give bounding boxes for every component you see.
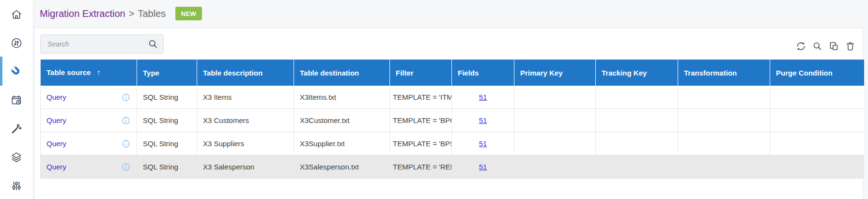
cell-table-source: Query [41,86,137,109]
column-header-fields[interactable]: Fields [452,60,514,86]
sidebar-item-wizard[interactable] [0,114,33,143]
column-header-tracking-key[interactable]: Tracking Key [596,60,678,86]
sidebar-item-extraction-active[interactable] [0,57,33,86]
search-icon [147,38,159,50]
table-search-button[interactable] [811,41,823,53]
duplicate-button[interactable] [828,41,839,53]
info-icon[interactable] [122,93,130,102]
cell-table-description: X3 Suppliers [197,132,294,155]
cell-fields: 51 [452,132,514,155]
cell-fields: 51 [452,109,514,132]
cell-table-description: X3 Customers [197,109,294,132]
cell-table-destination: X3Customer.txt [294,109,390,132]
breadcrumb-primary[interactable]: Migration Extraction [40,8,125,19]
cell-purge-condition [770,109,864,132]
info-icon[interactable] [122,139,130,148]
cell-filter: TEMPLATE = 'BPSDS' [390,132,452,155]
sort-ascending-icon: ↑ [96,68,100,77]
fields-count-link[interactable]: 51 [479,116,487,124]
cell-table-destination: X3Salesperson.txt [294,155,390,179]
column-label: Tracking Key [602,69,647,77]
active-nav-indicator [0,57,2,86]
breadcrumb-secondary: Tables [138,8,166,19]
column-header-purge-condition[interactable]: Purge Condition [770,60,864,86]
fields-count-link[interactable]: 51 [479,139,487,148]
query-link[interactable]: Query [46,163,66,171]
column-header-table-destination[interactable]: Table destination [294,60,390,86]
table-row[interactable]: Query SQL String X3 Customers X3Customer… [41,109,864,132]
cell-table-source: Query [41,132,137,155]
cell-primary-key [514,109,596,132]
cell-table-description: X3 Salesperson [197,155,294,179]
cell-transformation [678,86,770,109]
column-label: Fields [458,69,479,77]
column-label: Transformation [684,69,737,77]
column-label: Table description [203,69,263,77]
cell-table-source: Query [41,109,137,132]
cell-primary-key [514,155,596,179]
query-link[interactable]: Query [46,93,66,101]
cell-purge-condition [770,132,864,155]
cell-type: SQL String [137,155,197,179]
info-icon[interactable] [122,116,130,125]
search-input[interactable] [46,40,144,48]
table-row[interactable]: Query SQL String X3 Items X3Items.txt TE… [41,86,864,109]
layers-icon [10,151,23,164]
cell-transformation [678,155,770,179]
column-label: Table source [46,68,91,77]
delete-icon [845,41,856,53]
column-header-table-source[interactable]: Table source↑ [41,60,137,86]
fields-count-link[interactable]: 51 [479,163,487,171]
refresh-button[interactable] [795,41,806,53]
cell-filter: TEMPLATE = 'REPDS' [390,155,452,179]
cell-tracking-key [596,155,678,179]
cell-fields: 51 [452,155,514,179]
sliders-icon [10,180,23,192]
cell-tracking-key [596,86,678,109]
sync-arrows-icon [10,37,23,49]
search-icon [812,41,823,53]
cell-purge-condition [770,155,864,179]
column-label: Type [143,69,159,77]
column-header-type[interactable]: Type [137,60,197,86]
column-header-table-description[interactable]: Table description [197,60,294,86]
cell-table-destination: X3Supplier.txt [294,132,390,155]
cell-filter: TEMPLATE = 'BPCDS' [390,109,452,132]
cell-filter: TEMPLATE = 'ITMDS' [390,86,452,109]
cell-primary-key [514,132,596,155]
table-row[interactable]: Query SQL String X3 Suppliers X3Supplier… [41,132,864,155]
column-header-primary-key[interactable]: Primary Key [514,60,596,86]
sidebar-item-sync[interactable] [0,29,33,57]
cell-transformation [678,132,770,155]
column-label: Primary Key [520,69,563,77]
sidebar-item-schedule[interactable] [0,86,33,114]
sidebar-item-settings[interactable] [0,171,33,199]
content-card: Table source↑ Type Table description Tab… [34,28,863,199]
sidebar [0,0,33,199]
cell-table-source: Query [41,155,137,179]
cell-table-destination: X3Items.txt [294,86,390,109]
duplicate-icon [828,41,839,53]
fields-count-link[interactable]: 51 [479,93,487,101]
new-button[interactable]: NEW [175,7,202,20]
sidebar-item-layers[interactable] [0,143,33,171]
cell-transformation [678,109,770,132]
query-link[interactable]: Query [46,116,66,124]
delete-button[interactable] [844,41,856,53]
query-link[interactable]: Query [46,139,66,148]
breadcrumb: Migration Extraction > Tables [40,0,166,28]
cell-tracking-key [596,109,678,132]
column-header-transformation[interactable]: Transformation [678,60,770,86]
info-icon[interactable] [122,163,130,171]
cell-primary-key [514,86,596,109]
tables-grid: Table source↑ Type Table description Tab… [40,60,864,179]
search-box [40,34,164,54]
column-header-filter[interactable]: Filter [390,60,452,86]
table-header-row: Table source↑ Type Table description Tab… [41,60,864,86]
cell-type: SQL String [137,109,197,132]
sidebar-item-home[interactable] [0,0,33,29]
table-row-selected[interactable]: Query SQL String X3 Salesperson X3Salesp… [41,155,864,179]
cell-type: SQL String [137,132,197,155]
breadcrumb-separator: > [129,8,135,19]
column-label: Purge Condition [776,69,833,77]
